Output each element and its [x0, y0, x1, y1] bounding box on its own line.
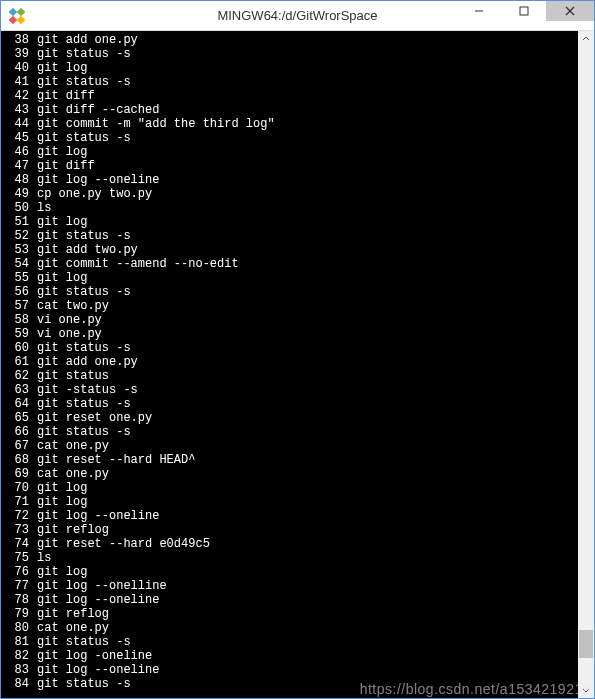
terminal-line: 56git status -s: [1, 285, 578, 299]
line-number: 51: [1, 215, 33, 229]
line-number: 41: [1, 75, 33, 89]
command-text: cp one.py two.py: [33, 187, 152, 201]
terminal-line: 74git reset --hard e0d49c5: [1, 537, 578, 551]
terminal-window: MINGW64:/d/GitWrorSpace 38git add one.py…: [0, 0, 595, 699]
terminal-line: 79git reflog: [1, 607, 578, 621]
scroll-thumb[interactable]: [579, 630, 593, 658]
terminal-line: 64git status -s: [1, 397, 578, 411]
scroll-down-arrow[interactable]: [578, 682, 594, 698]
command-text: vi one.py: [33, 327, 102, 341]
terminal-line: 45git status -s: [1, 131, 578, 145]
command-text: git status -s: [33, 425, 131, 439]
command-text: git status -s: [33, 285, 131, 299]
line-number: 70: [1, 481, 33, 495]
line-number: 84: [1, 677, 33, 691]
command-text: git commit --amend --no-edit: [33, 257, 239, 271]
line-number: 73: [1, 523, 33, 537]
terminal-line: 84git status -s: [1, 677, 578, 691]
terminal-line: 70git log: [1, 481, 578, 495]
line-number: 61: [1, 355, 33, 369]
line-number: 65: [1, 411, 33, 425]
line-number: 74: [1, 537, 33, 551]
line-number: 66: [1, 425, 33, 439]
chevron-up-icon: [582, 35, 590, 43]
line-number: 71: [1, 495, 33, 509]
command-text: git status -s: [33, 47, 131, 61]
terminal-line: 75ls: [1, 551, 578, 565]
line-number: 62: [1, 369, 33, 383]
svg-rect-5: [520, 7, 528, 15]
terminal-line: 48git log --oneline: [1, 173, 578, 187]
line-number: 56: [1, 285, 33, 299]
line-number: 72: [1, 509, 33, 523]
line-number: 38: [1, 33, 33, 47]
command-text: git status -s: [33, 635, 131, 649]
terminal-line: 47git diff: [1, 159, 578, 173]
svg-rect-0: [9, 8, 17, 16]
terminal-line: 62git status: [1, 369, 578, 383]
terminal-line: 80cat one.py: [1, 621, 578, 635]
scroll-up-arrow[interactable]: [578, 31, 594, 47]
command-text: git log: [33, 215, 87, 229]
command-text: git reflog: [33, 523, 109, 537]
terminal-line: 52git status -s: [1, 229, 578, 243]
terminal-content[interactable]: 38git add one.py39git status -s40git log…: [1, 31, 578, 698]
line-number: 83: [1, 663, 33, 677]
command-text: ls: [33, 201, 51, 215]
line-number: 77: [1, 579, 33, 593]
terminal-line: 39git status -s: [1, 47, 578, 61]
scrollbar[interactable]: [578, 31, 594, 698]
command-text: git status -s: [33, 397, 131, 411]
terminal-line: 73git reflog: [1, 523, 578, 537]
line-number: 63: [1, 383, 33, 397]
minimize-button[interactable]: [456, 1, 501, 21]
line-number: 52: [1, 229, 33, 243]
command-text: git log: [33, 495, 87, 509]
terminal-line: 53git add two.py: [1, 243, 578, 257]
terminal-line: 61git add one.py: [1, 355, 578, 369]
command-text: cat one.py: [33, 467, 109, 481]
close-button[interactable]: [546, 1, 594, 21]
command-text: git -status -s: [33, 383, 138, 397]
command-text: vi one.py: [33, 313, 102, 327]
terminal-line: 82git log -oneline: [1, 649, 578, 663]
command-text: git status -s: [33, 677, 131, 691]
command-text: git log --oneline: [33, 663, 159, 677]
terminal-line: 44git commit -m "add the third log": [1, 117, 578, 131]
command-text: git log: [33, 481, 87, 495]
command-text: git status -s: [33, 229, 131, 243]
maximize-button[interactable]: [501, 1, 546, 21]
chevron-down-icon: [582, 686, 590, 694]
terminal-line: 54git commit --amend --no-edit: [1, 257, 578, 271]
terminal-line: 78git log --oneline: [1, 593, 578, 607]
command-text: git reset --hard e0d49c5: [33, 537, 210, 551]
line-number: 44: [1, 117, 33, 131]
command-text: git diff: [33, 89, 95, 103]
window-controls: [456, 1, 594, 30]
minimize-icon: [474, 6, 484, 16]
close-icon: [565, 6, 575, 16]
line-number: 75: [1, 551, 33, 565]
terminal-line: 81git status -s: [1, 635, 578, 649]
terminal-line: 46git log: [1, 145, 578, 159]
command-text: git reset one.py: [33, 411, 152, 425]
line-number: 47: [1, 159, 33, 173]
app-icon: [9, 8, 25, 24]
titlebar: MINGW64:/d/GitWrorSpace: [1, 1, 594, 31]
line-number: 64: [1, 397, 33, 411]
command-text: cat one.py: [33, 621, 109, 635]
command-text: git status -s: [33, 341, 131, 355]
command-text: cat two.py: [33, 299, 109, 313]
command-text: git log --oneline: [33, 593, 159, 607]
line-number: 43: [1, 103, 33, 117]
command-text: git log -oneline: [33, 649, 152, 663]
terminal-line: 50ls: [1, 201, 578, 215]
line-number: 59: [1, 327, 33, 341]
terminal-line: 42git diff: [1, 89, 578, 103]
command-text: git add one.py: [33, 33, 138, 47]
command-text: git add one.py: [33, 355, 138, 369]
command-text: git log: [33, 565, 87, 579]
svg-rect-3: [17, 15, 25, 23]
terminal-line: 77git log --onelline: [1, 579, 578, 593]
line-number: 78: [1, 593, 33, 607]
